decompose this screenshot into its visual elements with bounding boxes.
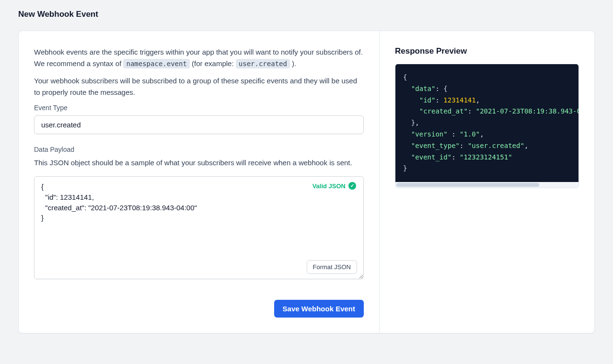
- form-actions: Save Webhook Event: [34, 300, 364, 318]
- event-type-input[interactable]: [34, 115, 364, 134]
- scrollbar-thumb[interactable]: [396, 183, 539, 187]
- intro-text-mid: (for example:: [192, 59, 236, 68]
- preview-panel: Response Preview { "data": { "id": 12314…: [380, 31, 594, 333]
- intro-paragraph-1: Webhook events are the specific triggers…: [34, 46, 364, 69]
- code-preview-wrapper: { "data": { "id": 12314141, "created_at"…: [395, 64, 579, 188]
- event-example-code: user.created: [236, 59, 290, 68]
- syntax-example-code: namespace.event: [123, 59, 189, 68]
- valid-json-label: Valid JSON: [312, 182, 346, 190]
- response-preview-code[interactable]: { "data": { "id": 12314141, "created_at"…: [395, 64, 578, 182]
- webhook-form-card: Webhook events are the specific triggers…: [18, 31, 595, 333]
- intro-text-suffix: ).: [292, 59, 296, 68]
- data-payload-label: Data Payload: [34, 146, 364, 153]
- form-panel: Webhook events are the specific triggers…: [19, 31, 380, 333]
- valid-json-badge: Valid JSON: [312, 182, 356, 190]
- intro-paragraph-2: Your webhook subscribers will be subscri…: [34, 75, 364, 98]
- check-circle-icon: [348, 182, 356, 190]
- response-preview-title: Response Preview: [395, 46, 579, 56]
- save-webhook-button[interactable]: Save Webhook Event: [274, 300, 364, 318]
- format-json-button[interactable]: Format JSON: [307, 260, 357, 274]
- page-title: New Webhook Event: [18, 10, 595, 19]
- event-type-label: Event Type: [34, 104, 364, 112]
- payload-editor-wrapper: Valid JSON Format JSON: [34, 176, 364, 281]
- horizontal-scrollbar[interactable]: [395, 182, 578, 188]
- data-payload-help: This JSON object should be a sample of w…: [34, 157, 364, 169]
